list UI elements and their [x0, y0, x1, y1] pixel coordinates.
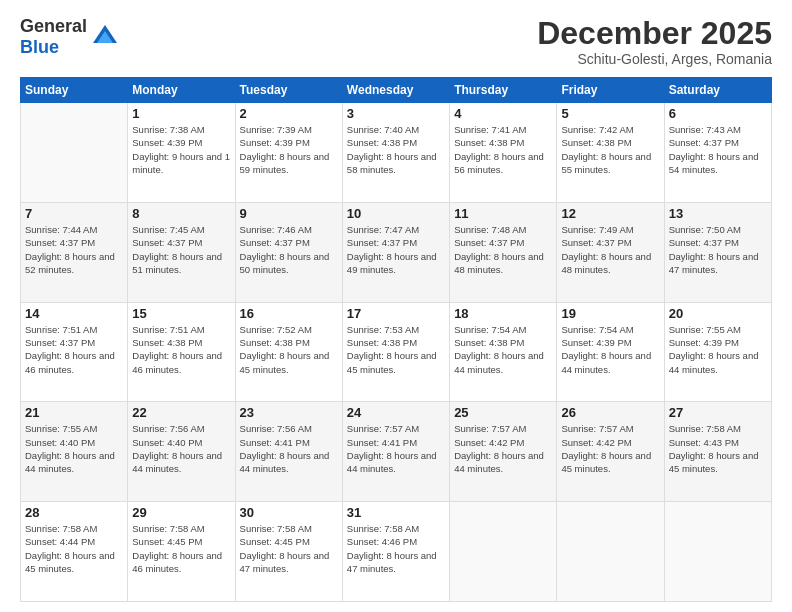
day-cell: 4Sunrise: 7:41 AMSunset: 4:38 PMDaylight… — [450, 103, 557, 203]
day-info: Sunrise: 7:53 AMSunset: 4:38 PMDaylight:… — [347, 323, 445, 376]
day-number: 28 — [25, 505, 123, 520]
day-info: Sunrise: 7:50 AMSunset: 4:37 PMDaylight:… — [669, 223, 767, 276]
week-row-3: 14Sunrise: 7:51 AMSunset: 4:37 PMDayligh… — [21, 302, 772, 402]
day-number: 17 — [347, 306, 445, 321]
day-number: 8 — [132, 206, 230, 221]
day-cell: 5Sunrise: 7:42 AMSunset: 4:38 PMDaylight… — [557, 103, 664, 203]
day-cell: 17Sunrise: 7:53 AMSunset: 4:38 PMDayligh… — [342, 302, 449, 402]
header-thursday: Thursday — [450, 78, 557, 103]
day-number: 23 — [240, 405, 338, 420]
day-info: Sunrise: 7:57 AMSunset: 4:41 PMDaylight:… — [347, 422, 445, 475]
day-cell — [450, 502, 557, 602]
day-number: 25 — [454, 405, 552, 420]
day-info: Sunrise: 7:57 AMSunset: 4:42 PMDaylight:… — [561, 422, 659, 475]
day-number: 31 — [347, 505, 445, 520]
day-cell: 28Sunrise: 7:58 AMSunset: 4:44 PMDayligh… — [21, 502, 128, 602]
day-number: 19 — [561, 306, 659, 321]
header: General Blue December 2025 Schitu-Golest… — [20, 16, 772, 67]
day-cell: 24Sunrise: 7:57 AMSunset: 4:41 PMDayligh… — [342, 402, 449, 502]
logo-text: General Blue — [20, 16, 87, 58]
header-sunday: Sunday — [21, 78, 128, 103]
day-info: Sunrise: 7:57 AMSunset: 4:42 PMDaylight:… — [454, 422, 552, 475]
day-info: Sunrise: 7:45 AMSunset: 4:37 PMDaylight:… — [132, 223, 230, 276]
header-wednesday: Wednesday — [342, 78, 449, 103]
day-cell: 9Sunrise: 7:46 AMSunset: 4:37 PMDaylight… — [235, 202, 342, 302]
day-info: Sunrise: 7:49 AMSunset: 4:37 PMDaylight:… — [561, 223, 659, 276]
day-number: 13 — [669, 206, 767, 221]
day-number: 26 — [561, 405, 659, 420]
logo-general: General — [20, 16, 87, 36]
day-cell: 13Sunrise: 7:50 AMSunset: 4:37 PMDayligh… — [664, 202, 771, 302]
day-info: Sunrise: 7:38 AMSunset: 4:39 PMDaylight:… — [132, 123, 230, 176]
day-info: Sunrise: 7:55 AMSunset: 4:39 PMDaylight:… — [669, 323, 767, 376]
day-number: 14 — [25, 306, 123, 321]
day-info: Sunrise: 7:58 AMSunset: 4:45 PMDaylight:… — [132, 522, 230, 575]
day-info: Sunrise: 7:47 AMSunset: 4:37 PMDaylight:… — [347, 223, 445, 276]
header-saturday: Saturday — [664, 78, 771, 103]
day-cell: 10Sunrise: 7:47 AMSunset: 4:37 PMDayligh… — [342, 202, 449, 302]
day-cell: 11Sunrise: 7:48 AMSunset: 4:37 PMDayligh… — [450, 202, 557, 302]
day-info: Sunrise: 7:41 AMSunset: 4:38 PMDaylight:… — [454, 123, 552, 176]
day-cell: 30Sunrise: 7:58 AMSunset: 4:45 PMDayligh… — [235, 502, 342, 602]
page: General Blue December 2025 Schitu-Golest… — [0, 0, 792, 612]
week-row-5: 28Sunrise: 7:58 AMSunset: 4:44 PMDayligh… — [21, 502, 772, 602]
month-title: December 2025 — [537, 16, 772, 51]
day-number: 6 — [669, 106, 767, 121]
day-cell: 3Sunrise: 7:40 AMSunset: 4:38 PMDaylight… — [342, 103, 449, 203]
day-number: 16 — [240, 306, 338, 321]
day-info: Sunrise: 7:42 AMSunset: 4:38 PMDaylight:… — [561, 123, 659, 176]
day-number: 18 — [454, 306, 552, 321]
day-number: 29 — [132, 505, 230, 520]
day-info: Sunrise: 7:58 AMSunset: 4:44 PMDaylight:… — [25, 522, 123, 575]
day-cell: 2Sunrise: 7:39 AMSunset: 4:39 PMDaylight… — [235, 103, 342, 203]
day-info: Sunrise: 7:46 AMSunset: 4:37 PMDaylight:… — [240, 223, 338, 276]
day-number: 3 — [347, 106, 445, 121]
title-section: December 2025 Schitu-Golesti, Arges, Rom… — [537, 16, 772, 67]
day-cell: 8Sunrise: 7:45 AMSunset: 4:37 PMDaylight… — [128, 202, 235, 302]
weekday-header-row: Sunday Monday Tuesday Wednesday Thursday… — [21, 78, 772, 103]
day-cell: 20Sunrise: 7:55 AMSunset: 4:39 PMDayligh… — [664, 302, 771, 402]
day-number: 15 — [132, 306, 230, 321]
day-cell: 19Sunrise: 7:54 AMSunset: 4:39 PMDayligh… — [557, 302, 664, 402]
logo-blue: Blue — [20, 37, 59, 57]
day-cell: 16Sunrise: 7:52 AMSunset: 4:38 PMDayligh… — [235, 302, 342, 402]
day-info: Sunrise: 7:58 AMSunset: 4:45 PMDaylight:… — [240, 522, 338, 575]
day-number: 5 — [561, 106, 659, 121]
day-cell — [557, 502, 664, 602]
day-cell: 7Sunrise: 7:44 AMSunset: 4:37 PMDaylight… — [21, 202, 128, 302]
day-number: 20 — [669, 306, 767, 321]
logo-icon — [91, 23, 119, 51]
day-cell: 25Sunrise: 7:57 AMSunset: 4:42 PMDayligh… — [450, 402, 557, 502]
header-tuesday: Tuesday — [235, 78, 342, 103]
header-friday: Friday — [557, 78, 664, 103]
day-number: 2 — [240, 106, 338, 121]
day-info: Sunrise: 7:44 AMSunset: 4:37 PMDaylight:… — [25, 223, 123, 276]
day-info: Sunrise: 7:51 AMSunset: 4:38 PMDaylight:… — [132, 323, 230, 376]
day-number: 12 — [561, 206, 659, 221]
day-info: Sunrise: 7:39 AMSunset: 4:39 PMDaylight:… — [240, 123, 338, 176]
day-info: Sunrise: 7:56 AMSunset: 4:41 PMDaylight:… — [240, 422, 338, 475]
day-cell: 18Sunrise: 7:54 AMSunset: 4:38 PMDayligh… — [450, 302, 557, 402]
day-number: 9 — [240, 206, 338, 221]
day-cell: 23Sunrise: 7:56 AMSunset: 4:41 PMDayligh… — [235, 402, 342, 502]
day-info: Sunrise: 7:51 AMSunset: 4:37 PMDaylight:… — [25, 323, 123, 376]
day-cell: 14Sunrise: 7:51 AMSunset: 4:37 PMDayligh… — [21, 302, 128, 402]
day-cell: 31Sunrise: 7:58 AMSunset: 4:46 PMDayligh… — [342, 502, 449, 602]
day-info: Sunrise: 7:54 AMSunset: 4:39 PMDaylight:… — [561, 323, 659, 376]
day-number: 22 — [132, 405, 230, 420]
week-row-4: 21Sunrise: 7:55 AMSunset: 4:40 PMDayligh… — [21, 402, 772, 502]
day-info: Sunrise: 7:40 AMSunset: 4:38 PMDaylight:… — [347, 123, 445, 176]
day-number: 7 — [25, 206, 123, 221]
day-number: 24 — [347, 405, 445, 420]
day-cell: 29Sunrise: 7:58 AMSunset: 4:45 PMDayligh… — [128, 502, 235, 602]
day-info: Sunrise: 7:58 AMSunset: 4:43 PMDaylight:… — [669, 422, 767, 475]
day-cell: 12Sunrise: 7:49 AMSunset: 4:37 PMDayligh… — [557, 202, 664, 302]
day-info: Sunrise: 7:56 AMSunset: 4:40 PMDaylight:… — [132, 422, 230, 475]
day-number: 1 — [132, 106, 230, 121]
day-info: Sunrise: 7:55 AMSunset: 4:40 PMDaylight:… — [25, 422, 123, 475]
day-info: Sunrise: 7:48 AMSunset: 4:37 PMDaylight:… — [454, 223, 552, 276]
day-info: Sunrise: 7:52 AMSunset: 4:38 PMDaylight:… — [240, 323, 338, 376]
day-cell: 22Sunrise: 7:56 AMSunset: 4:40 PMDayligh… — [128, 402, 235, 502]
location-subtitle: Schitu-Golesti, Arges, Romania — [537, 51, 772, 67]
day-cell — [664, 502, 771, 602]
